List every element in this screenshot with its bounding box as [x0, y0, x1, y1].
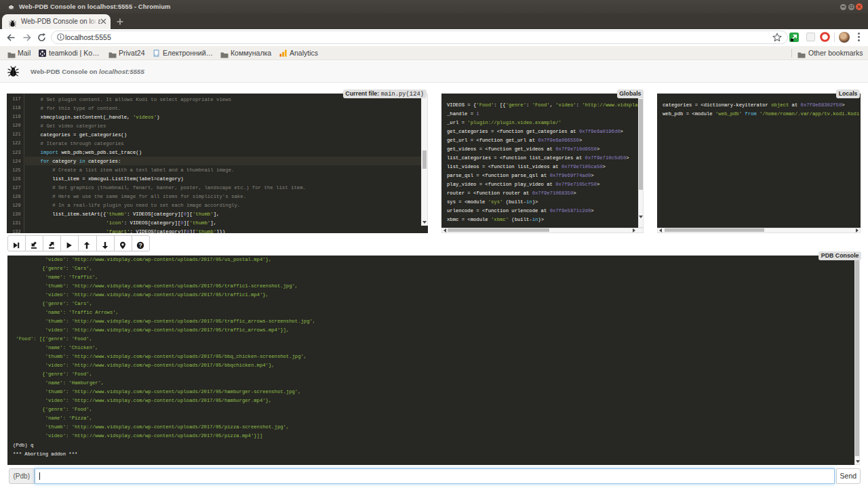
svg-text:?: ?: [138, 241, 142, 248]
